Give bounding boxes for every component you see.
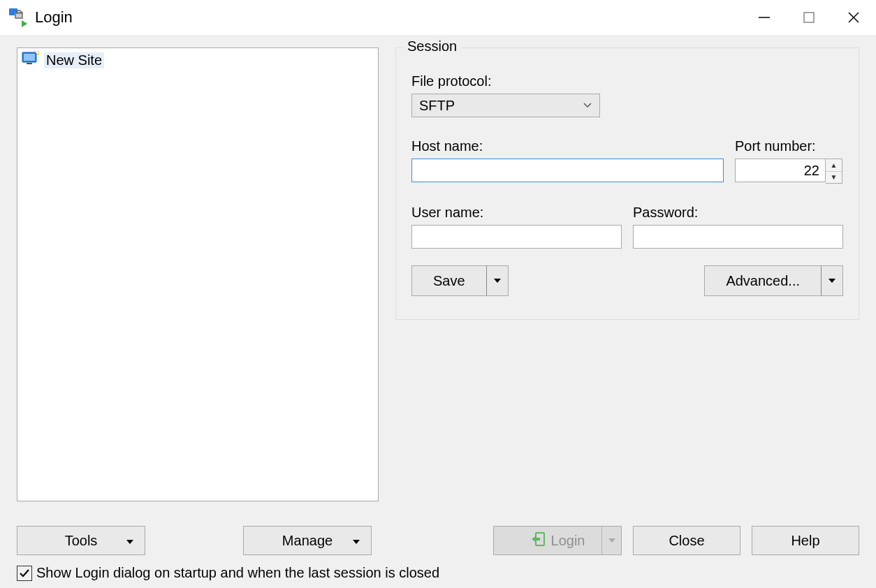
port-label: Port number: (735, 138, 843, 154)
close-button[interactable]: Close (633, 526, 740, 555)
site-item-new-site[interactable]: New Site (22, 51, 374, 70)
advanced-button[interactable]: Advanced... (704, 265, 843, 296)
site-list[interactable]: New Site (17, 47, 379, 501)
control-row: Tools Manage Login (17, 526, 859, 555)
svg-rect-10 (27, 63, 32, 64)
login-icon (530, 531, 546, 550)
svg-marker-13 (828, 279, 835, 283)
save-button[interactable]: Save (411, 265, 509, 296)
triangle-down-icon (351, 533, 361, 549)
svg-marker-17 (532, 536, 540, 543)
help-button[interactable]: Help (752, 526, 859, 555)
app-icon (8, 8, 28, 27)
tools-button[interactable]: Tools (17, 526, 145, 555)
manage-button[interactable]: Manage (243, 526, 372, 555)
window-title: Login (35, 8, 73, 27)
protocol-select[interactable]: SFTP (411, 94, 600, 117)
login-button[interactable]: Login (493, 526, 622, 555)
password-input[interactable] (633, 225, 843, 249)
save-button-label: Save (412, 266, 487, 295)
protocol-value: SFTP (419, 98, 455, 114)
client-area: New Site Session File protocol: SFTP (0, 35, 876, 588)
startup-checkbox[interactable] (17, 566, 32, 581)
svg-marker-12 (494, 279, 501, 283)
svg-marker-14 (126, 540, 133, 544)
manage-label: Manage (282, 533, 333, 549)
tools-label: Tools (65, 533, 98, 549)
login-label: Login (551, 533, 585, 549)
startup-option[interactable]: Show Login dialog on startup and when th… (17, 565, 859, 581)
host-label: Host name: (411, 138, 724, 154)
port-spin-down[interactable]: ▼ (826, 171, 842, 183)
svg-marker-18 (608, 538, 615, 543)
window-controls (742, 3, 876, 31)
username-input[interactable] (411, 225, 622, 249)
port-spin-up[interactable]: ▲ (826, 159, 842, 171)
advanced-button-label: Advanced... (705, 266, 822, 295)
host-input[interactable] (411, 159, 724, 182)
port-input[interactable] (735, 159, 826, 182)
svg-marker-15 (353, 540, 360, 544)
svg-rect-5 (804, 13, 814, 22)
close-label: Close (669, 533, 704, 549)
session-legend: Session (403, 38, 461, 54)
svg-rect-2 (16, 14, 22, 17)
protocol-label: File protocol: (411, 73, 843, 89)
triangle-down-icon (125, 533, 135, 549)
startup-label: Show Login dialog on startup and when th… (36, 565, 439, 581)
help-label: Help (791, 533, 819, 549)
svg-rect-9 (24, 54, 35, 61)
maximize-button[interactable] (787, 3, 831, 31)
close-window-button[interactable] (831, 3, 876, 31)
user-label: User name: (411, 205, 622, 221)
save-dropdown[interactable] (487, 266, 508, 295)
minimize-button[interactable] (742, 3, 787, 31)
site-item-label: New Site (44, 52, 104, 68)
login-dropdown[interactable] (601, 527, 621, 554)
advanced-dropdown[interactable] (822, 266, 842, 295)
port-spinner: ▲ ▼ (826, 159, 842, 184)
titlebar: Login (0, 0, 876, 35)
monitor-icon (22, 51, 40, 70)
session-group: Session File protocol: SFTP Host name: (395, 47, 859, 320)
svg-marker-3 (22, 20, 27, 27)
chevron-down-icon (583, 100, 592, 111)
password-label: Password: (633, 205, 843, 221)
